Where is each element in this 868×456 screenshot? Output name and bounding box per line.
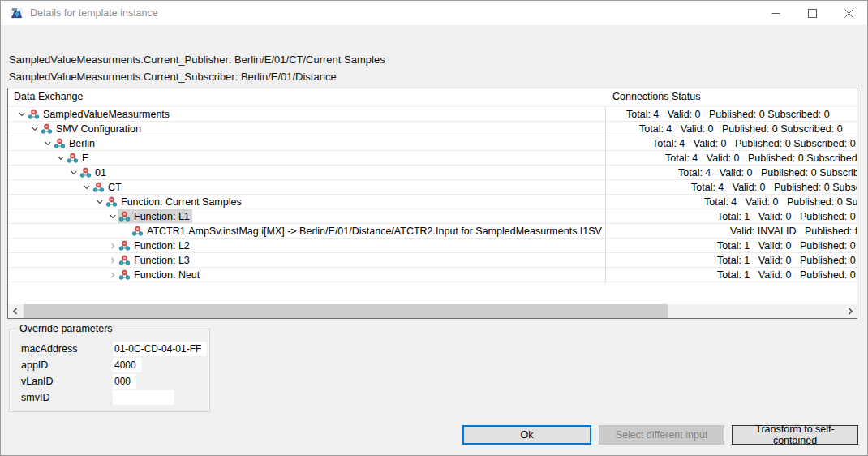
chevron-down-icon[interactable] — [16, 109, 27, 119]
close-icon — [844, 9, 853, 18]
node-icon — [118, 269, 131, 281]
tree-row[interactable]: Function: NeutTotal: 1 Valid: 0 Publishe… — [8, 268, 857, 282]
chevron-down-icon[interactable] — [107, 211, 118, 222]
override-parameters-title: Override parameters — [16, 323, 116, 334]
tree-cell: SMV Configuration — [8, 122, 626, 136]
tree-node[interactable]: SMV Configuration — [40, 122, 144, 136]
tree-cell: Function: Current Samples — [8, 195, 691, 209]
field-row: macAddress — [21, 341, 203, 357]
connection-status: Total: 1 Valid: 0 Published: 0 Subscribe… — [704, 211, 857, 222]
macaddress-field[interactable] — [113, 342, 207, 356]
chevron-left-icon — [12, 308, 19, 315]
tree-node[interactable]: Function: L3 — [118, 253, 192, 267]
tree-node-label: Function: Current Samples — [121, 196, 242, 208]
horizontal-scrollbar[interactable] — [8, 304, 857, 318]
tree-node[interactable]: SampledValueMeasurments — [27, 107, 172, 121]
node-icon — [105, 196, 118, 208]
scroll-left-button[interactable] — [8, 304, 22, 318]
chevron-right-icon[interactable] — [107, 269, 118, 280]
subscriber-line: SampledValueMeasurments.Current_Subscrib… — [9, 71, 337, 83]
minimize-button[interactable] — [758, 1, 794, 25]
connection-status: Total: 4 Valid: 0 Published: 0 Subscribe… — [652, 153, 857, 164]
dialog-window: Details for template instance SampledVal… — [0, 0, 868, 456]
field-row: appID — [21, 357, 203, 373]
data-exchange-tree: Data Exchange Connections Status Sampled… — [7, 88, 857, 319]
chevron-right-icon[interactable] — [107, 255, 118, 265]
vlanid-field[interactable] — [113, 374, 136, 389]
tree-node[interactable]: CT — [92, 180, 124, 194]
tree-node[interactable]: E — [66, 151, 91, 165]
tree-node-label: SMV Configuration — [56, 123, 141, 135]
override-fields: macAddress appID vLanID smvID — [21, 341, 203, 406]
node-icon — [54, 138, 66, 149]
scroll-right-button[interactable] — [843, 304, 857, 318]
tree-node[interactable]: 01 — [79, 166, 109, 179]
transform-to-self-contained-button[interactable]: Transform to self-contained — [732, 425, 858, 445]
column-divider — [605, 107, 606, 283]
app-icon — [10, 6, 24, 19]
tree-row[interactable]: Function: L3Total: 1 Valid: 0 Published:… — [8, 253, 857, 268]
connection-status: Total: 4 Valid: 0 Published: 0 Subscribe… — [665, 167, 857, 179]
tree-cell: 01 — [8, 166, 665, 179]
tree-cell: Function: Neut — [8, 268, 704, 282]
tree-row[interactable]: SampledValueMeasurmentsTotal: 4 Valid: 0… — [8, 107, 857, 122]
tree-row[interactable]: Function: Current SamplesTotal: 4 Valid:… — [8, 195, 857, 209]
tree-node[interactable]: Function: L2 — [118, 239, 192, 252]
vlanid-label: vLanID — [21, 376, 113, 387]
smvid-field[interactable] — [113, 390, 174, 405]
tree-node[interactable]: ATCTR1.AmpSv.instMag.i[MX] -> Berlin/E/0… — [131, 224, 604, 238]
tree-node-label: ATCTR1.AmpSv.instMag.i[MX] -> Berlin/E/0… — [147, 226, 602, 237]
maximize-icon — [808, 9, 817, 18]
chevron-spacer — [120, 226, 131, 236]
chevron-down-icon[interactable] — [42, 138, 53, 148]
tree-row[interactable]: ETotal: 4 Valid: 0 Published: 0 Subscrib… — [8, 151, 857, 166]
tree-row[interactable]: Function: L2Total: 1 Valid: 0 Published:… — [8, 239, 857, 253]
maximize-button[interactable] — [794, 1, 831, 25]
tree-row[interactable]: BerlinTotal: 4 Valid: 0 Published: 0 Sub… — [8, 136, 857, 151]
chevron-down-icon[interactable] — [29, 123, 40, 134]
column-header-data-exchange[interactable]: Data Exchange — [14, 91, 83, 102]
tree-cell: E — [8, 151, 652, 165]
tree-node[interactable]: Function: Current Samples — [105, 195, 244, 209]
node-icon — [118, 211, 131, 222]
window-controls — [758, 1, 867, 25]
scrollbar-thumb[interactable] — [24, 304, 668, 318]
chevron-down-icon[interactable] — [55, 153, 66, 163]
connection-status: Total: 4 Valid: 0 Published: 0 Subscribe… — [691, 196, 857, 208]
tree-row[interactable]: ATCTR1.AmpSv.instMag.i[MX] -> Berlin/E/0… — [8, 224, 857, 239]
chevron-down-icon[interactable] — [94, 196, 105, 207]
tree-row[interactable]: CTTotal: 4 Valid: 0 Published: 0 Subscri… — [8, 180, 857, 195]
tree-row[interactable]: SMV ConfigurationTotal: 4 Valid: 0 Publi… — [8, 122, 857, 136]
connection-status: Total: 4 Valid: 0 Published: 0 Subscribe… — [626, 123, 843, 135]
node-icon — [67, 153, 79, 164]
appid-field[interactable] — [113, 358, 142, 372]
window-title: Details for template instance — [30, 7, 158, 19]
node-icon — [41, 123, 53, 135]
tree-cell: Function: L2 — [8, 239, 704, 252]
macaddress-label: macAddress — [21, 343, 113, 355]
tree-cell: Berlin — [8, 136, 639, 150]
tree-cell: Function: L1 — [8, 209, 704, 223]
chevron-right-icon[interactable] — [107, 240, 118, 251]
tree-node-label: Function: L3 — [134, 255, 190, 266]
chevron-down-icon[interactable] — [81, 182, 92, 192]
close-button[interactable] — [831, 1, 867, 25]
connection-status: Total: 1 Valid: 0 Published: 0 Subscribe… — [704, 240, 857, 252]
tree-node-label: Berlin — [69, 138, 95, 149]
tree-row[interactable]: 01Total: 4 Valid: 0 Published: 0 Subscri… — [8, 166, 857, 180]
field-row: vLanID — [21, 373, 203, 389]
chevron-down-icon[interactable] — [68, 167, 79, 178]
connection-status: Valid: INVALID Published: false Subscrib… — [717, 226, 857, 237]
tree-node[interactable]: Berlin — [53, 136, 97, 150]
connection-status: Total: 4 Valid: 0 Published: 0 Subscribe… — [613, 109, 830, 120]
tree-row[interactable]: Function: L1Total: 1 Valid: 0 Published:… — [8, 209, 857, 224]
column-header-connections-status[interactable]: Connections Status — [612, 91, 700, 102]
node-icon — [131, 226, 144, 237]
node-icon — [118, 255, 131, 266]
connection-status: Total: 4 Valid: 0 Published: 0 Subscribe… — [678, 182, 857, 193]
tree-node[interactable]: Function: Neut — [118, 268, 202, 282]
selected-tree-node[interactable]: Function: L1 — [118, 209, 192, 223]
node-icon — [118, 240, 131, 252]
ok-button[interactable]: Ok — [462, 425, 591, 445]
publisher-line: SampledValueMeasurments.Current_Publishe… — [9, 54, 385, 66]
